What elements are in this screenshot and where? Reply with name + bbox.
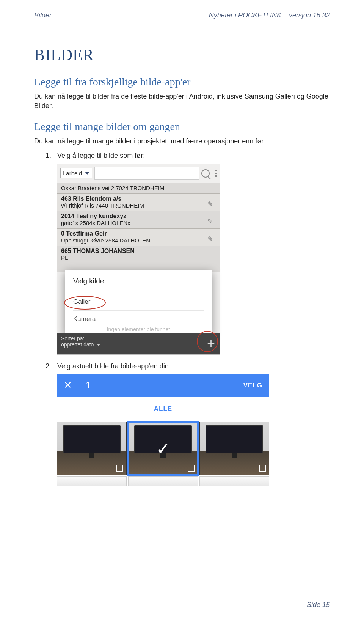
annotation-circle <box>197 331 218 352</box>
row-line1: 2014 Test ny kundexyz <box>61 213 216 220</box>
sort-label: Sorter på: <box>61 335 216 341</box>
image-thumb[interactable] <box>199 476 269 486</box>
list-item[interactable]: 665 THOMAS JOHANSEN PL <box>57 246 220 272</box>
image-thumb[interactable] <box>199 422 269 475</box>
selection-count: 1 <box>86 379 91 391</box>
row-line1: Oskar Braatens vei 2 7024 TRONDHEIM <box>61 185 216 191</box>
image-thumb-selected[interactable]: ✓ <box>128 422 198 475</box>
tab-all[interactable]: ALLE <box>57 397 269 421</box>
step1-text: Velg å legge til bilde som før: <box>57 152 145 159</box>
step1: 1. Velg å legge til bilde som før: <box>34 152 330 160</box>
row-line1: 463 Riis Eiendom a/s <box>61 195 216 202</box>
bottom-bar: Ingen elementer ble funnet Sorter på: op… <box>57 333 220 354</box>
sort-value: opprettet dato <box>61 341 94 348</box>
screenshot-image-picker: ✕ 1 VELG ALLE ✓ <box>57 374 269 486</box>
expand-icon[interactable] <box>188 465 195 472</box>
image-thumb[interactable] <box>57 476 127 486</box>
dialog-title: Velg kilde <box>73 277 204 285</box>
list-item[interactable]: 463 Riis Eiendom a/s v/Frithjof Riis 744… <box>57 193 220 211</box>
section2-title: Legge til mange bilder om gangen <box>34 121 330 133</box>
expand-icon[interactable] <box>259 465 266 472</box>
list-item[interactable]: 2014 Test ny kundexyz gate1x 2584x DALHO… <box>57 211 220 228</box>
image-grid-row2 <box>57 476 269 486</box>
image-thumb[interactable] <box>128 476 198 486</box>
toolbar: I arbeid <box>57 164 220 183</box>
page-footer: Side 15 <box>307 601 330 609</box>
step2-num: 2. <box>46 362 55 370</box>
image-thumb[interactable] <box>57 422 127 475</box>
section2-body: Du kan nå legge til mange bilder i prosj… <box>34 137 330 146</box>
row-line1: 0 Testfirma Geir <box>61 230 216 237</box>
header-right: Nyheter i POCKETLINK – versjon 15.32 <box>209 11 330 19</box>
step2: 2. Velg aktuelt bilde fra bilde-app'en d… <box>34 362 330 370</box>
section1-title: Legge til fra forskjellige bilde-app'er <box>34 76 330 88</box>
filter-dropdown[interactable]: I arbeid <box>60 168 92 178</box>
row-line2: PL <box>61 255 216 261</box>
row-line1: 665 THOMAS JOHANSEN <box>61 248 216 255</box>
screenshot-app-list: I arbeid Oskar Braatens vei 2 7024 TROND… <box>57 164 220 355</box>
section1-body: Du kan nå legge til bilder fra de fleste… <box>34 92 330 111</box>
empty-message: Ingen elementer ble funnet <box>107 326 170 332</box>
chevron-down-icon <box>85 172 89 175</box>
filter-label: I arbeid <box>63 170 82 176</box>
main-heading: BILDER <box>34 46 330 66</box>
close-icon[interactable]: ✕ <box>64 379 72 391</box>
chevron-down-icon <box>97 344 100 346</box>
step1-num: 1. <box>46 152 55 160</box>
row-line2: Uppistuggu Øvre 2584 DALHOLEN <box>61 237 216 244</box>
header-left: Bilder <box>34 11 52 19</box>
dialog-option-kamera[interactable]: Kamera <box>73 311 204 327</box>
edit-icon[interactable] <box>207 217 215 225</box>
expand-icon[interactable] <box>116 465 123 472</box>
edit-icon[interactable] <box>207 235 215 242</box>
sort-dropdown[interactable]: opprettet dato <box>61 341 216 348</box>
list-item[interactable]: Oskar Braatens vei 2 7024 TRONDHEIM <box>57 183 220 193</box>
step2-text: Velg aktuelt bilde fra bilde-app'en din: <box>57 362 171 370</box>
search-icon[interactable] <box>201 169 210 178</box>
list-item[interactable]: 0 Testfirma Geir Uppistuggu Øvre 2584 DA… <box>57 228 220 246</box>
row-line2: v/Frithjof Riis 7440 TRONDHEIM <box>61 202 216 209</box>
overflow-menu-icon[interactable] <box>215 170 217 177</box>
row-line2: gate1x 2584x DALHOLENx <box>61 220 216 226</box>
check-icon: ✓ <box>156 439 170 458</box>
picker-appbar: ✕ 1 VELG <box>57 374 269 397</box>
page-header: Bilder Nyheter i POCKETLINK – versjon 15… <box>34 11 330 19</box>
annotation-circle <box>64 296 106 310</box>
search-input[interactable] <box>94 167 199 180</box>
image-grid: ✓ <box>57 421 269 475</box>
edit-icon[interactable] <box>207 200 215 208</box>
select-button[interactable]: VELG <box>243 382 262 389</box>
